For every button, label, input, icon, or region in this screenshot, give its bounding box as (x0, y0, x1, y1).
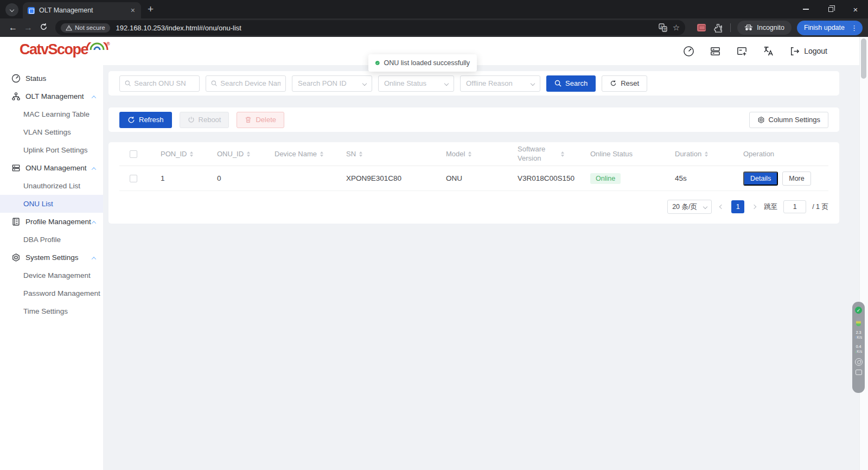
browser-menu-kebab-icon[interactable]: ⋮ (849, 24, 859, 32)
incognito-icon (744, 24, 753, 31)
new-tab-button[interactable]: + (148, 3, 154, 15)
float-monitor-widget[interactable]: ✓ 2.3 ↑K/s 0.4 ↓K/s (852, 302, 865, 393)
sidebar-item-unauthorized-list[interactable]: Unauthorized List (0, 177, 103, 195)
reboot-button[interactable]: Reboot (180, 112, 229, 128)
sidebar-item-mac-learning-table[interactable]: MAC Learning Table (0, 105, 103, 123)
pagination: 20 条/页 1 跳至 / 1 页 (119, 191, 828, 216)
tab-search-button[interactable] (5, 3, 18, 16)
row-checkbox[interactable] (130, 175, 137, 182)
logout-button[interactable]: Logout (789, 46, 827, 56)
chevron-up-icon[interactable] (92, 92, 95, 100)
pon-id-select[interactable]: Search PON ID (292, 75, 372, 92)
search-device-name-input[interactable] (206, 75, 286, 92)
column-header-device-name[interactable]: Device Name (258, 150, 330, 158)
sidebar-item-onu-management[interactable]: ONU Management (0, 159, 103, 177)
sort-icon[interactable] (247, 151, 250, 157)
search-device-name-field[interactable] (220, 79, 280, 87)
page-size-select[interactable]: 20 条/页 (667, 200, 712, 214)
extension-pinned-icon[interactable] (697, 24, 706, 31)
sidebar-item-time-settings[interactable]: Time Settings (0, 302, 103, 320)
column-header-operation: Operation (727, 150, 828, 158)
sidebar-item-device-management[interactable]: Device Management (0, 266, 103, 284)
sidebar-item-vlan-settings[interactable]: VLAN Settings (0, 123, 103, 141)
close-button[interactable]: × (843, 0, 868, 18)
details-button[interactable]: Details (743, 172, 778, 186)
filter-bar: Search PON ID Online Status Offline Reas… (108, 71, 839, 96)
chevron-up-icon[interactable] (92, 253, 95, 262)
column-settings-button[interactable]: Column Settings (749, 112, 828, 128)
device-stack-icon[interactable] (710, 46, 721, 57)
gear-icon (11, 253, 21, 262)
reload-button[interactable] (36, 23, 51, 33)
sidebar-item-system-settings[interactable]: System Settings (0, 249, 103, 266)
column-header-onu-id[interactable]: ONU_ID (201, 150, 258, 158)
chevron-up-icon[interactable] (92, 164, 95, 172)
sidebar-item-onu-list[interactable]: ONU List (0, 195, 103, 213)
sidebar-item-dba-profile[interactable]: DBA Profile (0, 231, 103, 249)
offline-reason-select[interactable]: Offline Reason (460, 75, 540, 92)
incognito-label: Incognito (757, 24, 784, 31)
sidebar-item-status[interactable]: Status (0, 69, 103, 87)
cell-sn: XPON9E301C80 (330, 174, 430, 182)
delete-button[interactable]: Delete (237, 112, 284, 128)
add-card-icon[interactable] (736, 46, 748, 57)
extensions-puzzle-icon[interactable] (713, 23, 723, 33)
gear-icon (757, 116, 765, 124)
total-pages-label: / 1 页 (812, 202, 828, 212)
online-status-select[interactable]: Online Status (378, 75, 454, 92)
sidebar-item-profile-management[interactable]: Profile Management (0, 213, 103, 231)
sort-icon[interactable] (320, 151, 323, 157)
forward-button[interactable]: → (21, 23, 36, 33)
scrollbar[interactable] (859, 37, 868, 470)
logout-icon (789, 46, 800, 56)
chevron-up-icon[interactable] (92, 218, 95, 226)
minimize-button[interactable] (793, 0, 818, 18)
reset-button[interactable]: Reset (602, 75, 647, 92)
sort-icon[interactable] (359, 151, 362, 157)
browser-tab[interactable]: OLT Management × (23, 2, 141, 18)
sort-icon[interactable] (468, 151, 471, 157)
url-text[interactable]: 192.168.10.253/index.html#/onu/onu-list (116, 24, 653, 32)
tab-title: OLT Management (39, 7, 130, 14)
table-row: 1 0 XPON9E301C80 ONU V3R018C00S150 Onlin… (119, 166, 828, 191)
address-bar[interactable]: Not secure 192.168.10.253/index.html#/on… (55, 20, 685, 35)
sidebar-item-uplink-port-settings[interactable]: Uplink Port Settings (0, 141, 103, 159)
select-all-checkbox[interactable] (130, 150, 137, 158)
column-header-model[interactable]: Model (430, 150, 501, 158)
more-button[interactable]: More (782, 172, 810, 186)
sidebar-item-olt-management[interactable]: OLT Management (0, 87, 103, 105)
sidebar-item-password-management[interactable]: Password Management (0, 284, 103, 302)
bookmark-star-icon[interactable]: ☆ (673, 23, 680, 33)
chevron-down-icon (444, 81, 449, 85)
column-header-software-version[interactable]: Software Version (501, 145, 574, 163)
refresh-button[interactable]: Refresh (119, 112, 172, 128)
online-status-badge: Online (590, 173, 621, 184)
search-button[interactable]: Search (546, 75, 596, 92)
search-onu-sn-input[interactable] (119, 75, 200, 92)
chevron-down-icon (10, 8, 14, 12)
finish-update-button[interactable]: Finish update ⋮ (797, 21, 863, 35)
language-translate-icon[interactable] (763, 46, 774, 57)
sort-icon[interactable] (705, 151, 708, 157)
translate-icon[interactable]: A文 (659, 23, 667, 32)
success-check-icon (375, 59, 380, 67)
column-header-sn[interactable]: SN (330, 150, 430, 158)
not-secure-chip[interactable]: Not secure (61, 23, 110, 33)
jump-page-input[interactable] (783, 200, 806, 213)
page-number-current[interactable]: 1 (731, 200, 744, 213)
prev-page-button[interactable] (718, 205, 725, 208)
back-button[interactable]: ← (5, 23, 21, 33)
restore-button[interactable] (818, 0, 843, 18)
tab-close-icon[interactable]: × (130, 6, 136, 15)
cell-pon-id: 1 (144, 174, 201, 182)
dashboard-speedometer-icon[interactable] (683, 46, 694, 57)
window-restore-icon (856, 370, 862, 375)
column-header-pon-id[interactable]: PON_ID (144, 150, 201, 158)
column-header-duration[interactable]: Duration (659, 150, 727, 158)
next-page-button[interactable] (750, 205, 758, 208)
sort-icon[interactable] (190, 151, 193, 157)
scrollbar-thumb[interactable] (861, 39, 866, 79)
sort-icon[interactable] (561, 151, 564, 157)
power-icon (188, 116, 195, 123)
search-onu-sn-field[interactable] (134, 79, 194, 87)
